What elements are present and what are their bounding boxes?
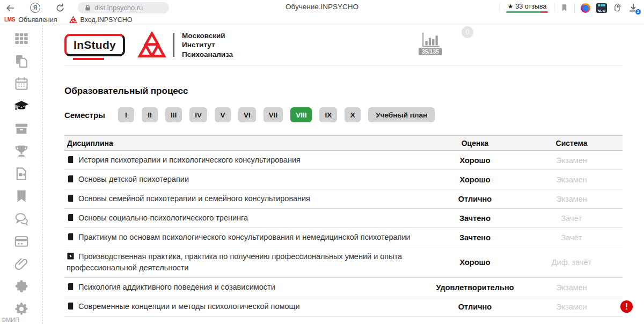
sidebar-item-grid[interactable] (12, 31, 31, 47)
sidebar-item-puzzle[interactable] (12, 278, 31, 294)
site-reviews-button[interactable]: ★ 33 отзыва (506, 3, 548, 13)
table-row[interactable]: Основы детской психотерапииХорошоЭкзамен (64, 170, 623, 189)
semester-buttons: IIIIIIIVVVIVIIVIIIIXX (118, 107, 361, 122)
system-value: Экзамен (521, 297, 623, 316)
divider (173, 33, 174, 57)
semester-button-X[interactable]: X (345, 107, 361, 122)
grade-value: Хорошо (429, 151, 521, 170)
alert-notification-icon[interactable]: ! (620, 300, 633, 313)
reviews-label: 33 отзыва (515, 3, 546, 10)
separator (554, 4, 554, 12)
archive-box-icon (13, 121, 30, 136)
grade-value: Зачтено (429, 209, 521, 228)
bookmark-toolbar-icon[interactable] (560, 4, 568, 12)
semester-button-VIII[interactable]: VIII (290, 107, 312, 122)
color-circle-extension-icon[interactable] (581, 3, 590, 13)
bar-chart-icon (421, 32, 440, 47)
book-icon (67, 175, 75, 183)
sidebar-item-archive-box[interactable] (12, 121, 31, 137)
discipline-name: История психотерапии и психологического … (78, 156, 301, 164)
semester-button-IV[interactable]: IV (189, 107, 207, 122)
reload-icon[interactable] (55, 3, 65, 13)
star-icon: ★ (508, 3, 514, 10)
book-icon (67, 194, 75, 202)
sidebar-item-documents[interactable] (12, 53, 31, 69)
sidebar-item-trophy[interactable] (12, 143, 31, 159)
system-value: Экзамен (521, 170, 623, 189)
semester-button-II[interactable]: II (142, 107, 158, 122)
sidebar-item-paperclip[interactable] (12, 256, 31, 272)
table-row[interactable]: Основы семейной психотерапии и семейного… (64, 189, 623, 209)
mail-badge: 0 (462, 26, 473, 38)
table-row[interactable]: Основы социально-психологического тренин… (64, 209, 623, 228)
semester-tabs: Семестры IIIIIIIVVVIVIIVIIIIXX Учебный п… (64, 107, 623, 122)
documents-icon (13, 54, 30, 69)
column-discipline: Дисциплина (64, 136, 429, 151)
book-icon (67, 283, 75, 291)
book-icon (67, 233, 75, 241)
bookmark-login-inpsycho[interactable]: Вход.INPSYCHO (69, 16, 133, 24)
downloads-button[interactable]: 2 (628, 3, 639, 13)
bookmark-icon (13, 189, 30, 204)
bookmarks-bar: LMS Объявления Вход.INPSYCHO (0, 14, 644, 25)
sidebar-item-chat[interactable] (12, 211, 31, 227)
table-row[interactable]: Производственная практика, практика по п… (64, 247, 623, 278)
grade-value: Зачтено (429, 228, 521, 247)
sidebar-item-video-file[interactable] (12, 166, 31, 182)
table-header-row: Дисциплина Оценка Система (64, 136, 623, 151)
system-value: Экзамен (521, 278, 623, 297)
video-file-icon (13, 166, 30, 181)
sidebar-item-graduation-cap[interactable] (12, 98, 31, 114)
table-row[interactable]: Практикум по основам психологического ко… (64, 228, 623, 247)
main-content: InStudy Московский Институт Психоанализа… (43, 25, 644, 324)
column-system: Система (521, 136, 623, 151)
semester-button-VI[interactable]: VI (238, 107, 256, 122)
graduation-cap-icon (13, 99, 30, 114)
gear-icon (13, 301, 30, 316)
sidebar-item-calendar[interactable] (12, 76, 31, 92)
book-icon (67, 302, 75, 310)
address-bar[interactable]: dist.inpsycho.ru (78, 2, 169, 13)
system-value: Зачёт (521, 228, 623, 247)
grade-value: Хорошо (429, 247, 521, 278)
separator (574, 4, 575, 12)
system-value: Экзамен (521, 151, 623, 170)
semester-button-VII[interactable]: VII (264, 107, 283, 122)
stats-badge: 35/135 (419, 48, 442, 55)
puzzle-icon (13, 279, 30, 294)
sidebar-item-bookmark[interactable] (12, 188, 31, 204)
downloads-badge: 2 (635, 9, 641, 15)
semester-button-IX[interactable]: IX (319, 107, 337, 122)
grade-value: Удовлетворительно (429, 278, 521, 297)
table-row[interactable]: Психология аддиктивного поведения и соза… (64, 278, 623, 297)
semester-button-I[interactable]: I (118, 107, 134, 122)
discipline-name: Психология аддиктивного поведения и соза… (78, 283, 275, 291)
glove-extension-icon[interactable] (613, 3, 622, 12)
sidebar-item-credit-card[interactable] (12, 233, 31, 249)
table-row[interactable]: Современные концепции и методы психологи… (64, 297, 623, 316)
header-tools: 35/135 0 (419, 32, 467, 55)
discipline-name: Современные концепции и методы психологи… (78, 302, 300, 311)
mip-logo-icon[interactable] (137, 32, 167, 58)
mip-triangle-icon (69, 16, 77, 24)
discipline-name: Производственная практика, практика по п… (67, 252, 402, 272)
curriculum-button[interactable]: Учебный план (368, 107, 435, 122)
disciplines-tbody: История психотерапии и психологического … (64, 151, 623, 316)
semester-button-V[interactable]: V (215, 107, 231, 122)
credit-card-icon (13, 234, 30, 249)
profile-icon[interactable]: Я (30, 3, 40, 13)
sidebar-item-gear[interactable] (12, 301, 31, 317)
progress-stats-button[interactable]: 35/135 (419, 32, 442, 55)
calendar-icon (13, 76, 30, 91)
bookmark-announcements[interactable]: LMS Объявления (4, 16, 57, 24)
lms-icon: LMS (4, 17, 15, 23)
separator (500, 4, 500, 12)
system-value: Зачёт (521, 209, 623, 228)
semester-button-III[interactable]: III (165, 107, 182, 122)
instudy-logo[interactable]: InStudy (64, 34, 125, 56)
table-row[interactable]: История психотерапии и психологического … (64, 151, 623, 170)
trophy-icon (13, 144, 30, 159)
back-icon[interactable] (5, 3, 15, 13)
semesters-label: Семестры (64, 111, 105, 120)
new-calendar-extension-icon[interactable]: NEW (596, 3, 607, 13)
